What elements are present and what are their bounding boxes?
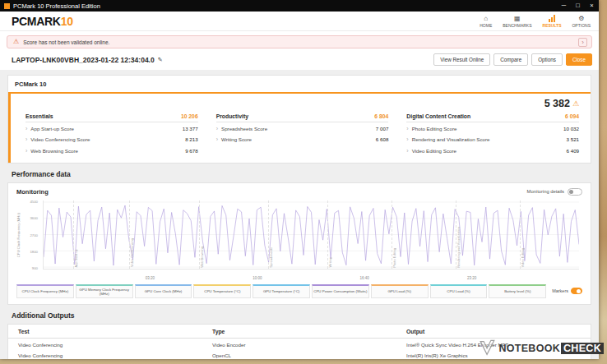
monitoring-title: Monitoring xyxy=(16,188,49,196)
close-result-button[interactable]: Close xyxy=(566,53,592,66)
overall-score: 5 382 xyxy=(544,98,570,109)
legend-item[interactable]: GPU Temperature (°C) xyxy=(253,284,310,299)
monitoring-header: Monitoring Monitoring details xyxy=(16,188,582,196)
score-item-value: 7 007 xyxy=(376,126,388,131)
y-tick-label: 3600 xyxy=(30,216,38,220)
edit-pencil-icon[interactable]: ✎ xyxy=(158,57,163,63)
score-item-name: Photo Editing Score xyxy=(412,126,457,131)
pcmark-window: PCMark 10 Professional Edition ─ □ × PCM… xyxy=(0,0,599,359)
logo-accent: 10 xyxy=(61,15,73,28)
chart-plot-area: App Start-upVideo ConferencingWeb Browsi… xyxy=(43,200,579,270)
nav-benchmarks[interactable]: ▦ BENCHMARKS xyxy=(503,15,531,28)
legend-item[interactable]: CPU Power Consumption (Watts) xyxy=(312,284,369,299)
legend-item[interactable]: Battery level (%) xyxy=(489,284,546,299)
score-item[interactable]: ›Web Browsing Score9 678 xyxy=(25,145,198,156)
result-buttons: View Result Online Compare Options Close xyxy=(433,53,592,66)
y-tick-label: 4500 xyxy=(30,200,38,204)
warning-text: Score has not been validated online. xyxy=(23,39,578,45)
banner-expand-button[interactable]: › xyxy=(578,38,587,47)
legend-item-label: CPU Clock Frequency (MHz) xyxy=(22,289,69,293)
score-columns: Essentials10 206›App Start-up Score13 37… xyxy=(25,112,582,156)
validation-warning-banner: ⚠ Score has not been validated online. › xyxy=(7,35,592,48)
score-item[interactable]: ›Video Conferencing Score8 213 xyxy=(25,134,198,145)
score-item-value: 10 032 xyxy=(563,126,579,131)
chevron-right-icon: › xyxy=(406,136,408,142)
chevron-right-icon: › xyxy=(406,126,408,131)
table-header-row: Test Type Output xyxy=(8,325,591,339)
column-header-output: Output xyxy=(396,325,591,339)
score-item-name: Video Editing Score xyxy=(412,148,456,154)
table-cell: OpenCL xyxy=(202,350,396,359)
pcmark-logo: PCMARK10 xyxy=(12,15,73,28)
legend-item[interactable]: GPU Load (%) xyxy=(371,284,429,299)
nav-results-label: RESULTS xyxy=(543,23,562,28)
markers-toggle[interactable] xyxy=(571,288,582,294)
legend-item-label: GPU Load (%) xyxy=(387,289,411,293)
table-cell: Video Encoder xyxy=(202,339,396,350)
monitoring-details-label: Monitoring details xyxy=(527,189,564,194)
score-group: Essentials10 206›App Start-up Score13 37… xyxy=(25,112,198,156)
legend-item[interactable]: CPU Temperature (°C) xyxy=(193,284,251,299)
markers-label: Markers xyxy=(552,288,568,293)
chart-legend-row: CPU Clock Frequency (MHz)GPU Memory Cloc… xyxy=(16,284,582,299)
compare-button[interactable]: Compare xyxy=(493,53,528,66)
y-tick-label: 2700 xyxy=(30,233,38,237)
legend-item[interactable]: GPU Core Clock (MHz) xyxy=(135,284,192,299)
score-group-score: 10 206 xyxy=(181,113,198,119)
legend-item-label: GPU Memory Clock Frequency (MHz) xyxy=(77,288,132,297)
score-group-name: Productivity xyxy=(216,113,248,119)
score-item-value: 6 409 xyxy=(567,148,579,154)
score-item[interactable]: ›Rendering and Visualization Score3 521 xyxy=(406,134,579,145)
score-group-score: 6 804 xyxy=(374,113,388,119)
chart-y-ticks: 9001800270036004500 xyxy=(22,200,40,270)
app-icon xyxy=(4,3,10,9)
nav-results[interactable]: RESULTS xyxy=(543,15,562,28)
toggle-knob xyxy=(569,190,573,194)
close-window-button[interactable]: × xyxy=(585,0,599,12)
column-header-test: Test xyxy=(8,325,202,339)
options-button[interactable]: Options xyxy=(531,53,563,66)
legend-item-label: CPU Power Consumption (Watts) xyxy=(313,289,367,293)
nav-options[interactable]: ⚙ OPTIONS xyxy=(572,15,591,28)
monitoring-details: Monitoring details xyxy=(527,188,582,196)
chevron-right-icon: › xyxy=(216,136,218,142)
score-item[interactable]: ›App Start-up Score13 377 xyxy=(25,122,198,134)
result-header-section: ⚠ Score has not been validated online. ›… xyxy=(0,31,599,70)
nav-options-label: OPTIONS xyxy=(572,23,591,28)
view-result-online-button[interactable]: View Result Online xyxy=(433,53,490,66)
score-item-name: Rendering and Visualization Score xyxy=(412,136,490,142)
score-item-name: Spreadsheets Score xyxy=(221,126,267,131)
maximize-button[interactable]: □ xyxy=(571,0,585,12)
result-header-row: LAPTOP-LNK00VBH_2023-01-22 12:34:04.0 ✎ … xyxy=(0,51,599,66)
nav-benchmarks-label: BENCHMARKS xyxy=(503,23,531,28)
app-header: PCMARK10 ⌂ HOME ▦ BENCHMARKS RESULTS ⚙ O… xyxy=(0,12,599,31)
legend-item-label: Battery level (%) xyxy=(504,289,531,293)
column-header-type: Type xyxy=(202,325,396,339)
score-item-value: 6 608 xyxy=(376,136,388,142)
score-item-name: Web Browsing Score xyxy=(30,148,78,154)
logo-text: PCMARK xyxy=(12,15,61,28)
score-item[interactable]: ›Video Editing Score6 409 xyxy=(406,145,579,156)
score-item[interactable]: ›Spreadsheets Score7 007 xyxy=(216,122,389,134)
chart-x-ticks: 03:2010:0016:4023:20 xyxy=(43,272,579,280)
watermark-notebook-text: NOTEBOOK xyxy=(498,343,560,354)
score-group-header: Digital Content Creation6 094 xyxy=(406,112,579,122)
score-group-header: Essentials10 206 xyxy=(25,112,198,122)
score-item[interactable]: ›Photo Editing Score10 032 xyxy=(406,122,579,134)
notebookcheck-wordmark: NOTEBOOKCHECK xyxy=(498,343,604,354)
additional-outputs-title: Additional Outputs xyxy=(12,311,591,320)
monitoring-details-toggle[interactable] xyxy=(568,188,582,196)
legend-item[interactable]: GPU Memory Clock Frequency (MHz) xyxy=(76,284,133,299)
legend-item[interactable]: CPU Clock Frequency (MHz) xyxy=(16,284,74,299)
score-group: Productivity6 804›Spreadsheets Score7 00… xyxy=(216,112,389,156)
score-item[interactable]: ›Writing Score6 608 xyxy=(216,134,389,145)
results-bar-chart-icon xyxy=(549,15,555,22)
warning-icon: ⚠ xyxy=(13,39,19,45)
gear-icon: ⚙ xyxy=(578,15,584,22)
minimize-button[interactable]: ─ xyxy=(557,0,571,12)
legend-item[interactable]: CPU Load (%) xyxy=(430,284,488,299)
legend-item-label: GPU Temperature (°C) xyxy=(263,289,299,293)
nav-home[interactable]: ⌂ HOME xyxy=(480,15,492,28)
score-item-name: Video Conferencing Score xyxy=(30,136,90,142)
score-item-value: 9 678 xyxy=(185,148,197,154)
